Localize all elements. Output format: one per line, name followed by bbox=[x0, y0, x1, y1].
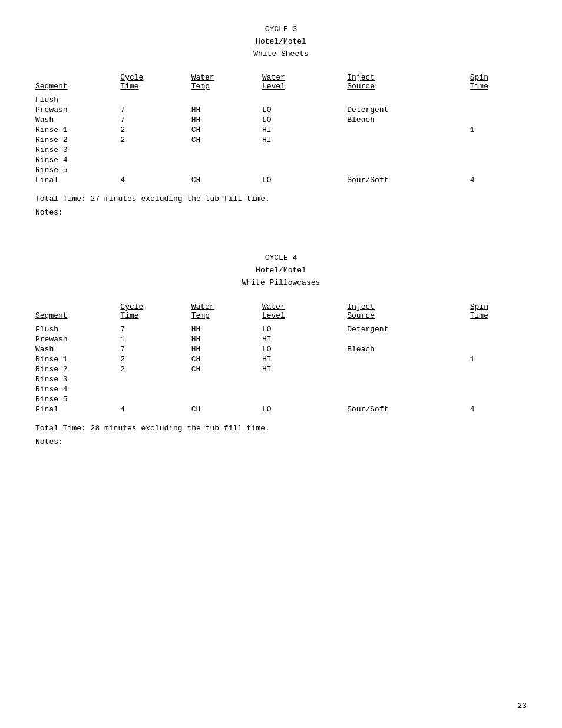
cycle4-header-spin-time: SpinTime bbox=[470, 301, 527, 321]
cell-segment: Rinse 4 bbox=[35, 155, 120, 165]
table-row: Wash 7 HH LO Bleach bbox=[35, 115, 527, 125]
cell-cycle-time: 4 bbox=[120, 175, 191, 185]
cycle3-section: CYCLE 3 Hotel/Motel White Sheets Segment… bbox=[35, 24, 527, 217]
cell-inject-source: Sour/Soft bbox=[347, 175, 470, 185]
cell-water-level bbox=[262, 374, 347, 384]
cell-water-temp: CH bbox=[191, 404, 262, 414]
cell-water-temp bbox=[191, 374, 262, 384]
cell-cycle-time bbox=[120, 384, 191, 394]
cell-water-level: HI bbox=[262, 364, 347, 374]
cycle4-tbody: Flush 7 HH LO Detergent Prewash 1 HH HI … bbox=[35, 321, 527, 414]
cell-segment: Rinse 1 bbox=[35, 125, 120, 135]
cell-segment: Rinse 2 bbox=[35, 364, 120, 374]
cell-water-temp: CH bbox=[191, 364, 262, 374]
cell-inject-source bbox=[347, 394, 470, 404]
cycle3-title-line3: White Sheets bbox=[35, 48, 527, 61]
cell-segment: Wash bbox=[35, 115, 120, 125]
cell-cycle-time: 7 bbox=[120, 115, 191, 125]
cell-water-level: LO bbox=[262, 115, 347, 125]
cycle3-header-spin-time: SpinTime bbox=[470, 72, 527, 92]
cell-water-temp bbox=[191, 145, 262, 155]
cycle3-header-cycle-time: CycleTime bbox=[120, 72, 191, 92]
table-row: Prewash 7 HH LO Detergent bbox=[35, 105, 527, 115]
cell-water-temp: CH bbox=[191, 125, 262, 135]
cell-spin-time bbox=[470, 105, 527, 115]
cell-cycle-time: 7 bbox=[120, 105, 191, 115]
page-number: 23 bbox=[517, 701, 527, 710]
cell-cycle-time bbox=[120, 165, 191, 175]
cell-water-temp bbox=[191, 384, 262, 394]
cell-cycle-time bbox=[120, 155, 191, 165]
cell-inject-source bbox=[347, 125, 470, 135]
cell-inject-source bbox=[347, 155, 470, 165]
cell-spin-time bbox=[470, 155, 527, 165]
cell-water-level: LO bbox=[262, 404, 347, 414]
table-row: Final 4 CH LO Sour/Soft 4 bbox=[35, 175, 527, 185]
cell-cycle-time: 2 bbox=[120, 135, 191, 145]
cycle4-title: CYCLE 4 Hotel/Motel White Pillowcases bbox=[35, 252, 527, 289]
cell-spin-time bbox=[470, 165, 527, 175]
cell-water-temp: CH bbox=[191, 175, 262, 185]
table-row: Rinse 1 2 CH HI 1 bbox=[35, 354, 527, 364]
cell-cycle-time bbox=[120, 145, 191, 155]
cell-inject-source bbox=[347, 135, 470, 145]
cell-cycle-time bbox=[120, 394, 191, 404]
cell-segment: Final bbox=[35, 175, 120, 185]
cell-water-level: LO bbox=[262, 321, 347, 334]
cell-inject-source bbox=[347, 145, 470, 155]
cell-cycle-time: 7 bbox=[120, 321, 191, 334]
cell-segment: Rinse 4 bbox=[35, 384, 120, 394]
cycle4-header-water-temp: WaterTemp bbox=[191, 301, 262, 321]
cell-inject-source bbox=[347, 334, 470, 344]
cell-segment: Rinse 1 bbox=[35, 354, 120, 364]
cell-spin-time: 1 bbox=[470, 125, 527, 135]
cell-water-level: HI bbox=[262, 334, 347, 344]
cell-cycle-time: 2 bbox=[120, 125, 191, 135]
cycle4-notes: Notes: bbox=[35, 437, 527, 446]
cycle4-header-segment: Segment bbox=[35, 301, 120, 321]
cycle3-total-time: Total Time: 27 minutes excluding the tub… bbox=[35, 195, 527, 203]
table-row: Rinse 2 2 CH HI bbox=[35, 135, 527, 145]
table-row: Wash 7 HH LO Bleach bbox=[35, 344, 527, 354]
cell-water-temp bbox=[191, 165, 262, 175]
cell-water-level: HI bbox=[262, 125, 347, 135]
cell-water-level bbox=[262, 145, 347, 155]
table-row: Rinse 2 2 CH HI bbox=[35, 364, 527, 374]
cell-segment: Prewash bbox=[35, 334, 120, 344]
cell-spin-time bbox=[470, 321, 527, 334]
cycle4-header-inject-source: InjectSource bbox=[347, 301, 470, 321]
table-row: Rinse 3 bbox=[35, 374, 527, 384]
table-row: Rinse 5 bbox=[35, 394, 527, 404]
cell-segment: Rinse 3 bbox=[35, 145, 120, 155]
cell-spin-time bbox=[470, 374, 527, 384]
cycle3-notes: Notes: bbox=[35, 208, 527, 217]
cell-cycle-time: 1 bbox=[120, 334, 191, 344]
cycle4-title-line2: Hotel/Motel bbox=[35, 265, 527, 277]
cycle3-table: Segment CycleTime WaterTemp WaterLevel I… bbox=[35, 72, 527, 185]
cell-water-level bbox=[262, 165, 347, 175]
cycle4-section: CYCLE 4 Hotel/Motel White Pillowcases Se… bbox=[35, 252, 527, 446]
cycle4-header-water-level: WaterLevel bbox=[262, 301, 347, 321]
cell-spin-time bbox=[470, 394, 527, 404]
cell-water-level bbox=[262, 394, 347, 404]
cell-inject-source: Bleach bbox=[347, 344, 470, 354]
cell-spin-time bbox=[470, 364, 527, 374]
cycle4-title-line1: CYCLE 4 bbox=[35, 252, 527, 265]
cycle4-table: Segment CycleTime WaterTemp WaterLevel I… bbox=[35, 301, 527, 414]
table-row: Rinse 1 2 CH HI 1 bbox=[35, 125, 527, 135]
cell-water-temp: HH bbox=[191, 334, 262, 344]
cell-inject-source: Bleach bbox=[347, 115, 470, 125]
table-row: Rinse 3 bbox=[35, 145, 527, 155]
cell-water-temp bbox=[191, 394, 262, 404]
table-row: Flush bbox=[35, 92, 527, 105]
table-row: Rinse 5 bbox=[35, 165, 527, 175]
cell-inject-source bbox=[347, 354, 470, 364]
table-row: Rinse 4 bbox=[35, 155, 527, 165]
table-row: Prewash 1 HH HI bbox=[35, 334, 527, 344]
cell-spin-time bbox=[470, 384, 527, 394]
cell-cycle-time: 2 bbox=[120, 364, 191, 374]
cell-spin-time: 4 bbox=[470, 175, 527, 185]
cell-water-temp: CH bbox=[191, 354, 262, 364]
cell-inject-source bbox=[347, 384, 470, 394]
cycle3-title: CYCLE 3 Hotel/Motel White Sheets bbox=[35, 24, 527, 60]
